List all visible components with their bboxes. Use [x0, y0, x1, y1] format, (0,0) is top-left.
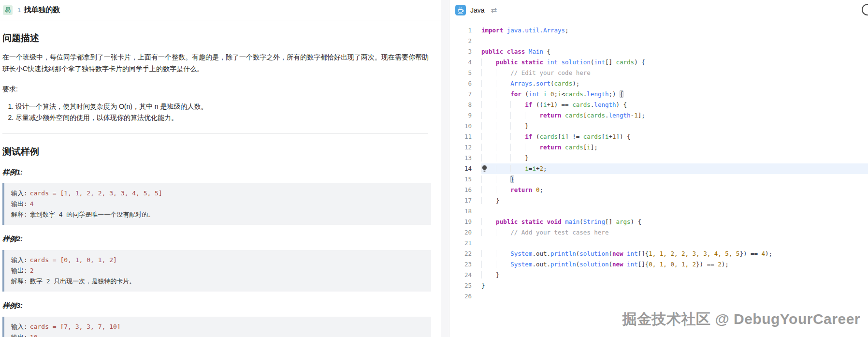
line-number: 6: [449, 78, 472, 89]
code-line[interactable]: 1import java.util.Arrays;: [449, 25, 868, 36]
watermark: 掘金技术社区 @ DebugYourCareer: [622, 309, 860, 329]
code-line[interactable]: 2: [449, 36, 868, 46]
code-text[interactable]: Arrays.sort(cards);: [481, 78, 868, 89]
editor-panel: Java ⇄ 1import java.util.Arrays;23public…: [449, 0, 868, 337]
requirement-item: 尽量减少额外空间的使用，以体现你的算法优化能力。: [15, 112, 431, 123]
line-number: 7: [449, 89, 472, 100]
sample-2-block: 输入:cards = [0, 1, 0, 1, 2] 输出:2 解释:数字 2 …: [2, 250, 431, 292]
code-line[interactable]: 4 public static int solution(int[] cards…: [449, 57, 868, 68]
samples-heading: 测试样例: [2, 146, 431, 158]
code-text[interactable]: // Add your test cases here: [481, 227, 868, 238]
line-number: 15: [449, 174, 472, 185]
code-line[interactable]: 24 }: [449, 270, 868, 280]
code-line[interactable]: 14 i=i+2;: [449, 163, 868, 174]
sample-output-line: 输出:2: [11, 265, 424, 276]
line-number: 3: [449, 46, 472, 57]
panel-splitter[interactable]: [441, 0, 449, 337]
code-line[interactable]: 6 Arrays.sort(cards);: [449, 78, 868, 89]
line-number: 9: [449, 110, 472, 121]
code-line[interactable]: 26: [449, 291, 868, 302]
sample-explain-line: 解释:拿到数字 4 的同学是唯一一个没有配对的。: [11, 209, 424, 220]
code-line[interactable]: 22 System.out.println(solution(new int[]…: [449, 249, 868, 259]
app: 易 1 找单独的数 问题描述 在一个班级中，每位同学都拿到了一张卡片，上面有一个…: [0, 0, 868, 337]
code-line[interactable]: 5 // Edit your code here: [449, 68, 868, 78]
line-number: 10: [449, 121, 472, 132]
code-line[interactable]: 20 // Add your test cases here: [449, 227, 868, 238]
code-text[interactable]: return 0;: [481, 185, 868, 195]
code-text[interactable]: import java.util.Arrays;: [481, 25, 868, 36]
code-text[interactable]: // Edit your code here: [481, 68, 868, 78]
line-number: 25: [449, 280, 472, 291]
partial-circle-icon[interactable]: [862, 4, 868, 15]
problem-content: 问题描述 在一个班级中，每位同学都拿到了一张卡片，上面有一个整数。有趣的是，除了…: [0, 32, 441, 337]
code-text[interactable]: if (cards[i] != cards[i+1]) {: [481, 132, 868, 142]
code-text[interactable]: }: [481, 121, 868, 132]
code-text[interactable]: return cards[cards.length-1];: [481, 110, 868, 121]
java-icon: [455, 5, 466, 15]
code-text[interactable]: public class Main {: [481, 46, 868, 57]
line-number: 18: [449, 206, 472, 217]
code-text[interactable]: [481, 291, 868, 302]
line-number: 11: [449, 132, 472, 142]
code-line[interactable]: 12 return cards[i];: [449, 142, 868, 153]
line-number: 26: [449, 291, 472, 302]
code-text[interactable]: i=i+2;: [481, 163, 868, 174]
code-text[interactable]: [481, 206, 868, 217]
section-divider: [2, 133, 428, 134]
code-line[interactable]: 10 }: [449, 121, 868, 132]
problem-number: 1: [17, 6, 21, 14]
sample-2-label: 样例2:: [2, 234, 431, 244]
code-line[interactable]: 15 }: [449, 174, 868, 185]
code-text[interactable]: System.out.println(solution(new int[]{1,…: [481, 249, 868, 259]
code-line[interactable]: 19 public static void main(String[] args…: [449, 217, 868, 227]
code-text[interactable]: }: [481, 270, 868, 280]
code-line[interactable]: 17 }: [449, 195, 868, 206]
sample-explain-line: 解释:数字 2 只出现一次，是独特的卡片。: [11, 276, 424, 287]
sample-1-block: 输入:cards = [1, 1, 2, 2, 3, 3, 4, 5, 5] 输…: [2, 183, 431, 225]
code-line[interactable]: 21: [449, 238, 868, 249]
line-number: 8: [449, 100, 472, 110]
code-text[interactable]: if ((i+1) == cards.length) {: [481, 100, 868, 110]
code-text[interactable]: return cards[i];: [481, 142, 868, 153]
code-text[interactable]: }: [481, 153, 868, 163]
difficulty-badge: 易: [3, 5, 13, 15]
lightbulb-icon[interactable]: [482, 165, 487, 172]
code-text[interactable]: }: [481, 280, 868, 291]
code-text[interactable]: [481, 238, 868, 249]
line-number: 19: [449, 217, 472, 227]
sample-3-block: 输入:cards = [7, 3, 3, 7, 10] 输出:10 解释:10 …: [2, 317, 431, 337]
code-text[interactable]: System.out.println(solution(new int[]{0,…: [481, 259, 868, 270]
code-line[interactable]: 23 System.out.println(solution(new int[]…: [449, 259, 868, 270]
language-label[interactable]: Java: [470, 6, 485, 14]
code-line[interactable]: 9 return cards[cards.length-1];: [449, 110, 868, 121]
description-heading: 问题描述: [2, 32, 431, 44]
line-number: 13: [449, 153, 472, 163]
code-line[interactable]: 7 for (int i=0;i<cards.length;) {: [449, 89, 868, 100]
line-number: 23: [449, 259, 472, 270]
language-switch-icon[interactable]: ⇄: [491, 6, 497, 15]
code-line[interactable]: 13 }: [449, 153, 868, 163]
requirement-item: 设计一个算法，使其时间复杂度为 O(n)，其中 n 是班级的人数。: [15, 101, 431, 112]
code-text[interactable]: public static void main(String[] args) {: [481, 217, 868, 227]
code-text[interactable]: for (int i=0;i<cards.length;) {: [481, 89, 868, 100]
problem-title: 找单独的数: [24, 5, 60, 15]
sample-input-line: 输入:cards = [7, 3, 3, 7, 10]: [11, 322, 424, 332]
line-number: 4: [449, 57, 472, 68]
code-text[interactable]: }: [481, 174, 868, 185]
code-line[interactable]: 8 if ((i+1) == cards.length) {: [449, 100, 868, 110]
problem-panel: 易 1 找单独的数 问题描述 在一个班级中，每位同学都拿到了一张卡片，上面有一个…: [0, 0, 441, 337]
code-text[interactable]: public static int solution(int[] cards) …: [481, 57, 868, 68]
code-line[interactable]: 3public class Main {: [449, 46, 868, 57]
code-editor[interactable]: 1import java.util.Arrays;23public class …: [449, 20, 868, 302]
code-line[interactable]: 25}: [449, 280, 868, 291]
code-text[interactable]: }: [481, 195, 868, 206]
sample-1-label: 样例1:: [2, 168, 431, 177]
code-line[interactable]: 11 if (cards[i] != cards[i+1]) {: [449, 132, 868, 142]
code-text[interactable]: [481, 36, 868, 46]
line-number: 2: [449, 36, 472, 46]
code-lines: 1import java.util.Arrays;23public class …: [449, 25, 868, 302]
line-number: 20: [449, 227, 472, 238]
line-number: 21: [449, 238, 472, 249]
code-line[interactable]: 18: [449, 206, 868, 217]
code-line[interactable]: 16 return 0;: [449, 185, 868, 195]
